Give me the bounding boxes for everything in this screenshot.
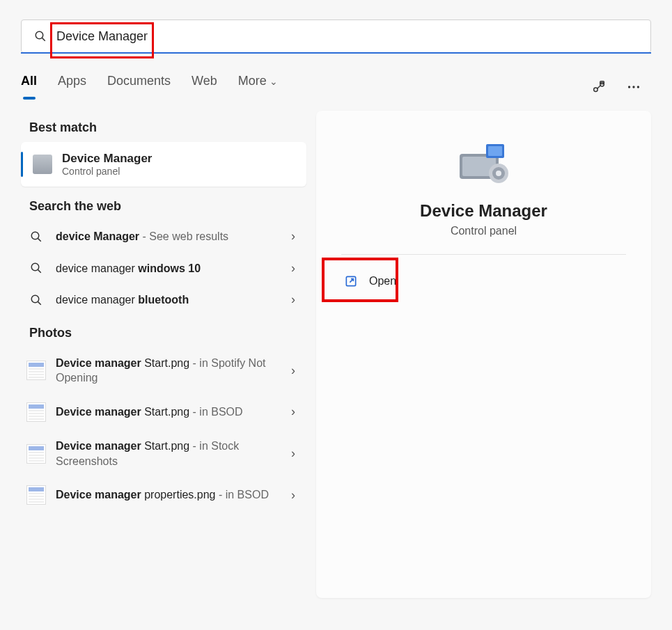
device-manager-icon — [33, 155, 52, 174]
tab-label: All — [21, 74, 37, 88]
web-result-item[interactable]: device Manager - See web results › — [21, 221, 306, 253]
svg-rect-17 — [488, 146, 502, 156]
selection-accent — [21, 152, 23, 177]
search-icon — [26, 262, 46, 274]
search-icon — [34, 30, 47, 42]
best-match-title: Device Manager — [62, 152, 152, 166]
search-window: All Apps Documents Web More⌄ Best match — [0, 0, 672, 630]
web-result-item[interactable]: device manager bluetooth › — [21, 284, 306, 316]
preview-pane: Device Manager Control panel Open — [316, 111, 651, 598]
tab-label: More — [238, 74, 267, 88]
svg-point-8 — [31, 232, 39, 239]
photo-result-text: Device manager Start.png - in Stock Scre… — [56, 439, 286, 468]
more-icon[interactable] — [626, 79, 641, 95]
photo-result-item[interactable]: Device manager Start.png - in Stock Scre… — [21, 430, 306, 477]
tabs-row: All Apps Documents Web More⌄ — [21, 74, 651, 100]
section-best-match-header: Best match — [29, 120, 306, 135]
search-bar-container — [21, 19, 651, 53]
web-result-text: device manager windows 10 — [56, 261, 286, 276]
photo-result-item[interactable]: Device manager Start.png - in Spotify No… — [21, 347, 306, 394]
preview-column: Device Manager Control panel Open — [316, 111, 651, 598]
share-icon[interactable] — [591, 79, 607, 95]
svg-point-7 — [637, 86, 639, 88]
open-label: Open — [369, 275, 396, 288]
best-match-text: Device Manager Control panel — [62, 152, 152, 177]
svg-point-12 — [31, 295, 39, 303]
svg-point-5 — [628, 86, 630, 88]
photo-thumb-icon — [26, 402, 46, 422]
svg-point-0 — [36, 31, 43, 39]
tab-more[interactable]: More⌄ — [238, 74, 278, 100]
tab-label: Apps — [58, 74, 86, 88]
svg-point-20 — [496, 171, 501, 176]
device-manager-large-icon — [453, 139, 515, 187]
tabs-actions — [591, 79, 651, 95]
tab-apps[interactable]: Apps — [58, 74, 86, 100]
preview-subtitle: Control panel — [341, 225, 626, 237]
svg-line-13 — [38, 302, 41, 305]
search-bar[interactable] — [21, 19, 651, 53]
filter-tabs: All Apps Documents Web More⌄ — [21, 74, 278, 100]
tab-documents[interactable]: Documents — [107, 74, 171, 100]
open-external-icon — [344, 274, 358, 288]
search-focus-underline — [21, 52, 651, 54]
photo-result-item[interactable]: Device manager properties.png - in BSOD … — [21, 477, 306, 513]
tab-web[interactable]: Web — [192, 74, 217, 100]
tab-label: Web — [192, 74, 217, 88]
chevron-right-icon: › — [286, 446, 301, 461]
svg-point-6 — [632, 86, 634, 88]
svg-line-11 — [38, 270, 41, 273]
web-result-text: device Manager - See web results — [56, 229, 286, 244]
chevron-down-icon: ⌄ — [269, 76, 278, 87]
search-icon — [26, 230, 46, 243]
chevron-right-icon: › — [286, 488, 301, 503]
web-result-text: device manager bluetooth — [56, 292, 286, 308]
section-web-header: Search the web — [29, 199, 306, 214]
svg-line-9 — [38, 238, 41, 241]
main-content: Best match Device Manager Control panel … — [0, 111, 672, 598]
photo-thumb-icon — [26, 444, 46, 464]
section-photos-header: Photos — [29, 326, 306, 340]
chevron-right-icon: › — [286, 404, 301, 419]
open-button[interactable]: Open — [341, 267, 626, 295]
photo-result-text: Device manager properties.png - in BSOD — [56, 487, 286, 503]
search-input[interactable] — [56, 29, 638, 44]
search-icon — [26, 294, 46, 306]
photo-result-item[interactable]: Device manager Start.png - in BSOD › — [21, 394, 306, 430]
svg-point-10 — [31, 264, 39, 271]
divider — [341, 254, 626, 255]
photo-result-text: Device manager Start.png - in Spotify No… — [56, 356, 286, 386]
preview-title: Device Manager — [341, 201, 626, 221]
results-column: Best match Device Manager Control panel … — [0, 111, 306, 598]
chevron-right-icon: › — [286, 363, 301, 378]
chevron-right-icon: › — [286, 292, 301, 307]
photo-result-text: Device manager Start.png - in BSOD — [56, 404, 286, 420]
best-match-subtitle: Control panel — [62, 166, 152, 177]
photo-thumb-icon — [26, 361, 46, 380]
photo-thumb-icon — [26, 485, 46, 505]
tab-label: Documents — [107, 74, 171, 88]
chevron-right-icon: › — [286, 261, 301, 276]
svg-line-1 — [42, 38, 45, 41]
chevron-right-icon: › — [286, 229, 301, 244]
best-match-item[interactable]: Device Manager Control panel — [21, 142, 306, 187]
web-result-item[interactable]: device manager windows 10 › — [21, 253, 306, 285]
tab-all[interactable]: All — [21, 74, 37, 100]
